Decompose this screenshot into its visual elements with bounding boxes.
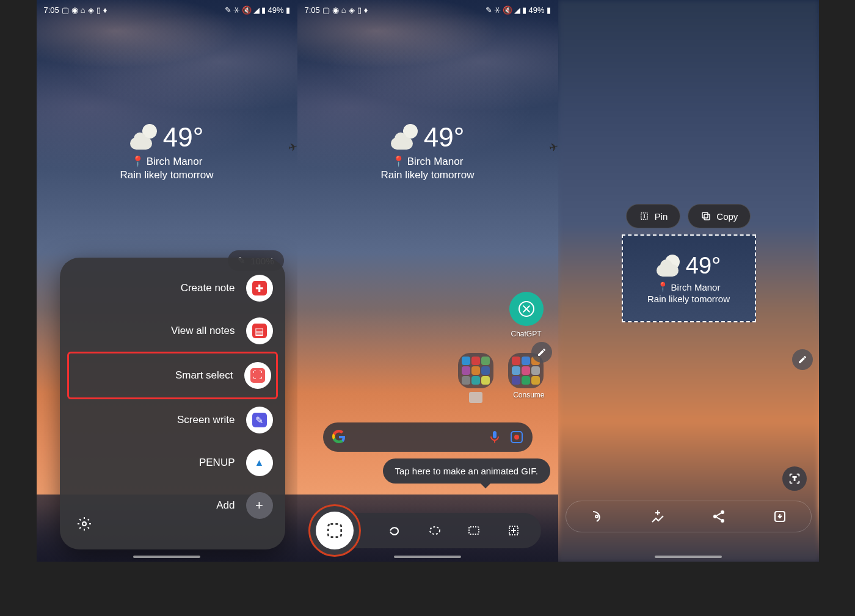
battery-icon: ▮ — [547, 5, 551, 15]
pin-select-icon[interactable] — [506, 523, 521, 538]
google-icon — [332, 430, 346, 444]
home-icon: ⌂ — [81, 5, 86, 15]
save-icon[interactable] — [773, 509, 787, 524]
svg-rect-10 — [702, 212, 708, 218]
share-icon[interactable] — [711, 509, 726, 524]
pin-icon: 📍 — [657, 281, 669, 292]
gallery-icon: ▢ — [62, 5, 69, 15]
edit-button[interactable] — [792, 349, 813, 370]
ac-label: View all notes — [171, 325, 235, 337]
selection-preview[interactable]: 49° 📍 Birch Manor Rain likely tomorrow — [622, 234, 756, 322]
pen-status-icon: ✎ — [486, 5, 492, 15]
ac-screen-write[interactable]: Screen write ✎ — [72, 407, 273, 433]
app-icon: ♦ — [364, 5, 368, 15]
weather-forecast: Rain likely tomorrow — [37, 169, 297, 181]
gif-tooltip: Tap here to make an animated GIF. — [383, 458, 550, 484]
svg-point-15 — [721, 519, 724, 523]
home-icon: ⌂ — [341, 5, 346, 15]
nav-indicator[interactable] — [394, 556, 461, 558]
camera-icon[interactable] — [469, 392, 482, 403]
svg-point-12 — [595, 515, 598, 518]
settings-button[interactable] — [77, 516, 92, 531]
penup-icon: ▲ — [252, 455, 267, 470]
copy-button[interactable]: Copy — [688, 204, 751, 228]
svg-rect-7 — [328, 524, 341, 537]
weather-widget[interactable]: 49° 📍 Birch Manor Rain likely tomorrow — [297, 122, 558, 181]
wifi-icon: ◢ — [253, 5, 260, 15]
status-bar: 7:05 ▢ ◉ ⌂ ◈ ▯ ♦ ✎ ⚹ 🔇 ◢ ▮ 49% ▮ — [37, 0, 297, 20]
shield-icon: ◈ — [88, 5, 94, 15]
svg-point-0 — [82, 522, 86, 526]
bluetooth-icon: ⚹ — [494, 5, 501, 15]
pen-status-icon: ✎ — [225, 5, 231, 15]
plus-icon: + — [252, 498, 267, 513]
shield-icon: ◈ — [349, 5, 355, 15]
ac-smart-select[interactable]: Smart select ⛶ — [74, 362, 271, 389]
ac-label: Add — [216, 499, 235, 512]
status-time: 7:05 — [44, 5, 59, 15]
svg-point-4 — [430, 527, 440, 534]
extract-text-button[interactable]: T — [782, 466, 807, 491]
ac-label: Create note — [181, 282, 235, 294]
extract-icon[interactable] — [589, 509, 604, 524]
svg-point-3 — [514, 435, 519, 440]
ac-add[interactable]: Add + — [72, 492, 273, 519]
pin-button[interactable]: Pin — [626, 204, 681, 228]
ac-label: Smart select — [175, 369, 233, 382]
air-command-menu: Create note ✚ View all notes ▤ Smart sel… — [60, 258, 285, 549]
extract-text-icon: T — [788, 472, 801, 485]
google-search-bar[interactable] — [323, 422, 533, 452]
panel-smart-select: 7:05 ▢ ◉ ⌂ ◈ ▯ ♦ ✎ ⚹ 🔇 ◢ ▮ 49% ▮ 49° 📍 B… — [297, 0, 558, 562]
battery-icon: ▮ — [286, 5, 290, 15]
lasso-icon[interactable] — [388, 523, 402, 538]
ac-view-notes[interactable]: View all notes ▤ — [72, 317, 273, 344]
screen-write-icon: ✎ — [252, 413, 267, 427]
ac-penup[interactable]: PENUP ▲ — [72, 449, 273, 476]
nav-indicator[interactable] — [655, 556, 722, 558]
note-plus-icon: ✚ — [252, 281, 267, 295]
oval-icon[interactable] — [428, 523, 442, 538]
weather-icon — [391, 124, 418, 151]
pin-icon: 📍 — [131, 155, 144, 168]
messenger-icon: ◉ — [332, 5, 339, 15]
draw-icon[interactable] — [650, 509, 665, 524]
ac-label: Screen write — [177, 414, 235, 426]
action-bar — [566, 501, 812, 532]
app-label: ChatGPT — [509, 330, 544, 338]
svg-rect-9 — [704, 214, 710, 220]
gallery-icon: ▢ — [322, 5, 330, 15]
nav-indicator[interactable] — [133, 556, 200, 558]
battery-percent: 49% — [267, 5, 283, 15]
weather-forecast: Rain likely tomorrow — [297, 169, 558, 181]
svg-point-13 — [721, 510, 724, 514]
gif-icon[interactable] — [467, 523, 481, 538]
bluetooth-icon: ⚹ — [233, 5, 240, 15]
battery-icon: ▯ — [96, 5, 101, 15]
smart-select-icon: ⛶ — [250, 368, 265, 383]
mic-icon[interactable] — [487, 430, 502, 444]
smart-select-highlight: Smart select ⛶ — [67, 352, 278, 399]
svg-rect-5 — [469, 527, 479, 534]
edit-button[interactable] — [531, 342, 552, 363]
ac-create-note[interactable]: Create note ✚ — [72, 275, 273, 302]
notes-icon: ▤ — [252, 324, 267, 338]
battery-percent: 49% — [528, 5, 544, 15]
weather-location: 📍 Birch Manor — [297, 155, 558, 168]
weather-widget[interactable]: 49° 📍 Birch Manor Rain likely tomorrow — [37, 122, 297, 181]
signal-icon: ▮ — [261, 5, 266, 15]
pin-copy-actions: Pin Copy — [558, 204, 819, 228]
rect-select-button[interactable] — [308, 504, 361, 557]
temperature: 49° — [424, 122, 465, 153]
status-bar: 7:05 ▢ ◉ ⌂ ◈ ▯ ♦ ✎ ⚹ 🔇 ◢ ▮ 49% ▮ — [297, 0, 558, 20]
svg-text:T: T — [793, 476, 796, 482]
status-time: 7:05 — [305, 5, 320, 15]
lens-icon[interactable] — [509, 430, 524, 444]
svg-point-14 — [713, 515, 717, 518]
app-chatgpt[interactable]: ChatGPT — [509, 292, 544, 338]
mute-icon: 🔇 — [242, 5, 252, 15]
app-folder[interactable] — [458, 353, 493, 388]
temperature: 49° — [163, 122, 204, 153]
mute-icon: 🔇 — [503, 5, 512, 15]
pin-icon: 📍 — [392, 155, 405, 168]
messenger-icon: ◉ — [71, 5, 78, 15]
